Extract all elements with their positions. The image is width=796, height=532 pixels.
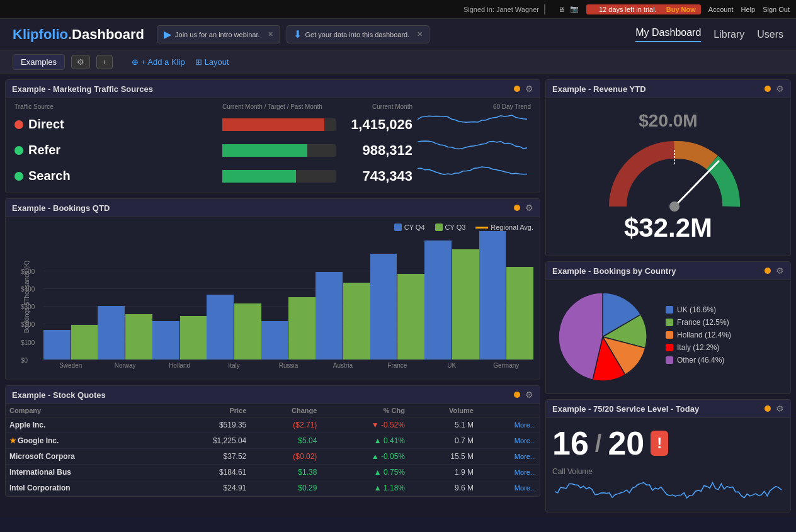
stock-price: $37.52 xyxy=(162,449,250,465)
trial-badge[interactable]: 12 days left in trial. Buy Now xyxy=(586,4,701,14)
service-total: 20 xyxy=(608,424,644,462)
data-banner[interactable]: ⬇ Get your data into this dashboard. ✕ xyxy=(287,25,430,43)
bar-q4 xyxy=(152,321,179,359)
nav-my-dashboard[interactable]: My Dashboard xyxy=(635,27,701,42)
stock-quotes-card: Example - Stock Quotes ⚙ Company Price C… xyxy=(5,385,540,497)
monitor-icon: 🖥 xyxy=(558,6,565,13)
stock-pct: ▼ -0.52% xyxy=(321,417,409,433)
bar-q4 xyxy=(370,254,397,359)
trial-text: 12 days left in trial. xyxy=(599,6,657,13)
signout-link[interactable]: Sign Out xyxy=(763,6,790,13)
stock-more[interactable]: More... xyxy=(477,449,540,465)
service-numbers: 16 / 20 ! xyxy=(552,424,784,462)
bar-q3 xyxy=(234,303,261,359)
traffic-sparkline xyxy=(415,111,533,137)
bar-q3 xyxy=(71,325,98,359)
buy-now-link[interactable]: Buy Now xyxy=(666,6,696,13)
stock-more[interactable]: More... xyxy=(477,433,540,449)
bar-pair xyxy=(152,316,207,359)
data-close-icon[interactable]: ✕ xyxy=(417,30,423,38)
th-more xyxy=(477,404,540,417)
th-change: Change xyxy=(250,404,321,417)
gridline: $0 xyxy=(43,359,533,360)
traffic-table: Traffic Source Current Month / Target / … xyxy=(12,102,533,189)
nav-users[interactable]: Users xyxy=(757,29,783,40)
nav-library[interactable]: Library xyxy=(714,29,744,40)
stock-price: $24.91 xyxy=(162,480,250,496)
help-link[interactable]: Help xyxy=(741,6,756,13)
service-settings-icon[interactable]: ⚙ xyxy=(776,404,784,414)
revenue-settings-icon[interactable]: ⚙ xyxy=(776,84,784,94)
add-tab-button[interactable]: + xyxy=(96,55,113,69)
x-label: Germany xyxy=(479,362,533,369)
stock-quotes-body: Company Price Change % Chg Volume Apple … xyxy=(6,404,540,496)
x-label: Austria xyxy=(316,362,370,369)
bar-q3 xyxy=(343,283,370,359)
th-pct: % Chg xyxy=(321,404,409,417)
x-label: UK xyxy=(424,362,479,369)
call-volume-sparkline xyxy=(552,478,784,504)
revenue-ytd-card: Example - Revenue YTD ⚙ $20.0M xyxy=(545,79,791,256)
stock-more[interactable]: More... xyxy=(477,480,540,496)
card-settings-icon[interactable]: ⚙ xyxy=(525,84,533,94)
stock-quotes-header: Example - Stock Quotes ⚙ xyxy=(6,386,540,404)
avg-line xyxy=(475,227,488,229)
bar-pair xyxy=(370,254,424,359)
bar-q3 xyxy=(397,274,424,359)
traffic-bar xyxy=(220,163,339,189)
stock-volume: 5.1 M xyxy=(409,417,477,433)
legend-label: Other (46.4%) xyxy=(677,356,724,365)
stock-settings-icon[interactable]: ⚙ xyxy=(525,390,533,400)
bar-pair xyxy=(43,325,98,359)
webinar-banner[interactable]: ▶ Join us for an intro webinar. ✕ xyxy=(157,25,280,43)
x-label: Italy xyxy=(207,362,261,369)
legend-item: Italy (12.2%) xyxy=(666,343,731,352)
pie-legend: UK (16.6%)France (12.5%)Holland (12.4%)I… xyxy=(666,305,731,368)
account-link[interactable]: Account xyxy=(708,6,734,13)
legend-item: Holland (12.4%) xyxy=(666,331,731,339)
x-label: France xyxy=(370,362,424,369)
revenue-target: $20.0M xyxy=(559,111,778,131)
y-tick-label: $100 xyxy=(21,339,35,346)
add-klip-button[interactable]: ⊕ + Add a Klip xyxy=(132,57,185,67)
country-settings-icon[interactable]: ⚙ xyxy=(776,266,784,276)
legend-q4: CY Q4 xyxy=(394,224,425,231)
examples-tab[interactable]: Examples xyxy=(13,54,65,70)
service-level-title: Example - 75/20 Service Level - Today xyxy=(552,404,699,414)
avg-label: Regional Avg. xyxy=(491,224,533,231)
layout-button[interactable]: ⊞ Layout xyxy=(195,57,229,67)
stock-change: ($2.71) xyxy=(250,417,321,433)
layout-label: Layout xyxy=(205,57,229,67)
legend-label: Holland (12.4%) xyxy=(677,331,731,339)
bookings-settings-icon[interactable]: ⚙ xyxy=(525,203,533,213)
stock-company: Apple Inc. xyxy=(6,417,162,433)
bookings-country-title: Example - Bookings by Country xyxy=(552,266,676,276)
stock-more[interactable]: More... xyxy=(477,417,540,433)
stock-pct: ▲ -0.05% xyxy=(321,449,409,465)
data-text: Get your data into this dashboard. xyxy=(305,31,410,38)
bar-pair xyxy=(98,306,152,359)
camera-icon: 📷 xyxy=(570,5,579,13)
stock-more[interactable]: More... xyxy=(477,465,540,480)
layout-icon: ⊞ xyxy=(195,57,202,67)
x-labels: SwedenNorwayHollandItalyRussiaAustriaFra… xyxy=(43,362,533,369)
y-tick-label: $200 xyxy=(21,321,35,328)
traffic-value: 743,343 xyxy=(339,163,415,189)
settings-button[interactable]: ⚙ xyxy=(71,55,90,69)
service-current: 16 xyxy=(552,424,589,462)
table-row: ★Google Inc. $1,225.04 $5.04 ▲ 0.41% 0.7… xyxy=(6,433,540,449)
stock-quotes-title: Example - Stock Quotes xyxy=(12,390,106,400)
webinar-close-icon[interactable]: ✕ xyxy=(268,30,273,38)
q3-dot xyxy=(435,224,443,231)
legend-item: Other (46.4%) xyxy=(666,356,731,365)
table-row: Intel Corporation $24.91 $0.29 ▲ 1.18% 9… xyxy=(6,480,540,496)
service-separator: / xyxy=(595,430,602,457)
nav-links: My Dashboard Library Users xyxy=(635,27,783,42)
status-dot xyxy=(514,86,520,92)
y-tick-label: $0 xyxy=(21,357,28,364)
legend-color-dot xyxy=(666,356,673,364)
marketing-traffic-card: Example - Marketing Traffic Sources ⚙ Tr… xyxy=(5,79,540,193)
add-icon: ⊕ xyxy=(132,57,139,67)
bar-q4 xyxy=(261,321,288,359)
bar-pair xyxy=(316,272,370,359)
